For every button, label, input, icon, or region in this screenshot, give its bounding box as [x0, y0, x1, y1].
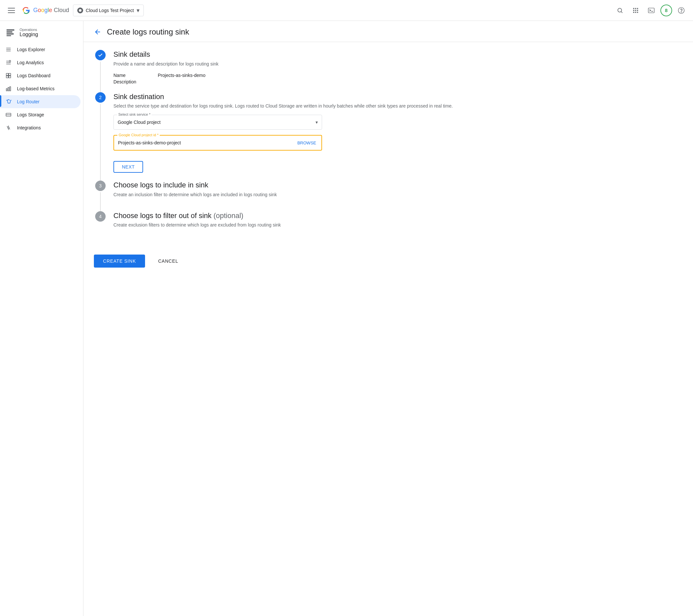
hamburger-menu-icon[interactable]: [5, 5, 18, 16]
step3-indicator: 3: [94, 181, 107, 211]
sidebar-item-label-logs-storage: Logs Storage: [17, 112, 44, 117]
notification-badge[interactable]: 8: [660, 4, 672, 16]
back-button[interactable]: [94, 28, 102, 36]
step4-circle: 4: [95, 211, 106, 222]
integrations-icon: [5, 124, 12, 131]
select-sink-service-field: Select sink service * Google Cloud proje…: [114, 115, 682, 130]
create-sink-button[interactable]: CREATE SINK: [94, 255, 145, 267]
svg-rect-30: [6, 88, 7, 91]
select-sink-service-label: Select sink service *: [117, 113, 152, 116]
bottom-actions: CREATE SINK CANCEL: [94, 249, 682, 273]
sidebar-item-logs-explorer[interactable]: Logs Explorer: [0, 43, 80, 56]
sidebar-item-integrations[interactable]: Integrations: [0, 121, 80, 134]
step4-optional: (optional): [214, 212, 243, 220]
app-layout: Operations Logging Logs Explorer: [0, 21, 693, 616]
logo-text: Google Cloud: [33, 7, 69, 14]
search-list-icon: [5, 59, 12, 66]
name-label: Name: [114, 73, 153, 78]
sidebar-item-container-integrations: Integrations: [0, 121, 83, 134]
svg-rect-6: [635, 10, 636, 11]
project-selector[interactable]: Cloud Logs Test Project ▾: [73, 4, 144, 16]
sink-details-grid: Name Projects-as-sinks-demo Description: [114, 73, 682, 84]
sidebar-item-logs-dashboard[interactable]: Logs Dashboard: [0, 69, 80, 82]
svg-rect-29: [9, 76, 11, 78]
step3-subtitle: Create an inclusion filter to determine …: [114, 191, 682, 198]
topbar-right: 8: [613, 4, 688, 17]
topbar: Google Cloud Cloud Logs Test Project ▾: [0, 0, 693, 21]
bar-chart-icon: [5, 85, 12, 92]
step1-indicator: [94, 50, 107, 92]
google-cloud-logo: Google Cloud: [21, 6, 69, 14]
step4-title: Choose logs to filter out of sink (optio…: [114, 211, 682, 221]
sidebar-header: Operations Logging: [0, 23, 83, 43]
svg-point-14: [681, 12, 681, 12]
sidebar-item-label-log-analytics: Log Analytics: [17, 60, 44, 65]
sidebar-item-container-log-router: Log Router: [0, 95, 83, 108]
project-id-field: Google Cloud project id * BROWSE: [114, 135, 682, 151]
svg-rect-18: [6, 35, 11, 36]
page-title: Create logs routing sink: [107, 27, 189, 37]
svg-rect-17: [6, 33, 14, 35]
description-value: [158, 79, 682, 84]
project-id-input[interactable]: [114, 136, 292, 150]
help-button[interactable]: [675, 4, 688, 17]
step2-subtitle: Select the service type and destination …: [114, 103, 682, 110]
sidebar-item-log-analytics[interactable]: Log Analytics: [0, 56, 80, 69]
sidebar-item-container-log-based-metrics: Log-based Metrics: [0, 82, 83, 95]
step3-line: [100, 192, 101, 211]
step2-content: Sink destination Select the service type…: [114, 92, 682, 181]
step2-title: Sink destination: [114, 92, 682, 102]
svg-rect-27: [9, 73, 11, 75]
svg-rect-11: [648, 8, 654, 13]
svg-rect-5: [633, 10, 634, 11]
routes-icon: [5, 98, 12, 105]
step1-line: [100, 62, 101, 92]
step3-section: 3 Choose logs to include in sink Create …: [94, 181, 682, 211]
sidebar-item-label-integrations: Integrations: [17, 125, 41, 131]
step3-content: Choose logs to include in sink Create an…: [114, 181, 682, 211]
svg-rect-7: [637, 10, 638, 11]
sidebar-item-logs-storage[interactable]: Logs Storage: [0, 108, 80, 121]
step4-subtitle: Create exclusion filters to determine wh…: [114, 222, 682, 228]
sidebar-title: Operations Logging: [20, 28, 38, 38]
sidebar-item-log-router[interactable]: Log Router: [0, 95, 80, 108]
step4-section: 4 Choose logs to filter out of sink (opt…: [94, 211, 682, 242]
svg-rect-2: [633, 8, 634, 9]
apps-grid-button[interactable]: [629, 4, 642, 17]
select-sink-service-input[interactable]: Google Cloud project Cloud Storage bucke…: [114, 115, 322, 130]
step4-indicator: 4: [94, 211, 107, 242]
svg-rect-9: [635, 12, 636, 13]
next-button[interactable]: NEXT: [114, 161, 143, 173]
svg-rect-4: [637, 8, 638, 9]
step2-line: [100, 104, 101, 181]
search-button[interactable]: [613, 4, 627, 17]
step3-circle: 3: [95, 181, 106, 191]
step4-number: 4: [99, 214, 102, 219]
sidebar-item-log-based-metrics[interactable]: Log-based Metrics: [0, 82, 80, 95]
select-wrapper: Select sink service * Google Cloud proje…: [114, 115, 322, 130]
svg-rect-3: [635, 8, 636, 9]
step2-indicator: 2: [94, 92, 107, 181]
content-area: Sink details Provide a name and descript…: [83, 42, 693, 281]
cancel-button[interactable]: CANCEL: [150, 255, 186, 267]
main-content: Create logs routing sink Sink details Pr…: [83, 21, 693, 616]
sidebar-item-container-logs-storage: Logs Storage: [0, 108, 83, 121]
svg-rect-26: [6, 73, 8, 75]
project-dropdown-icon: ▾: [137, 7, 139, 14]
page-header: Create logs routing sink: [83, 21, 693, 42]
svg-rect-8: [633, 12, 634, 13]
browse-button[interactable]: BROWSE: [292, 140, 321, 145]
list-icon: [5, 46, 12, 53]
sidebar-item-label-log-router: Log Router: [17, 99, 39, 104]
cloud-shell-button[interactable]: [645, 4, 658, 17]
logging-icon: [5, 27, 16, 38]
step1-content: Sink details Provide a name and descript…: [114, 50, 682, 92]
sidebar-item-label-logs-dashboard: Logs Dashboard: [17, 73, 51, 78]
step1-subtitle: Provide a name and description for logs …: [114, 61, 682, 67]
step1-circle: [95, 50, 106, 60]
svg-point-23: [9, 60, 11, 62]
sidebar-service-name: Logging: [20, 32, 38, 38]
project-id-input-row: BROWSE: [114, 136, 321, 150]
description-label: Description: [114, 79, 153, 84]
sidebar-item-label-logs-explorer: Logs Explorer: [17, 47, 45, 52]
